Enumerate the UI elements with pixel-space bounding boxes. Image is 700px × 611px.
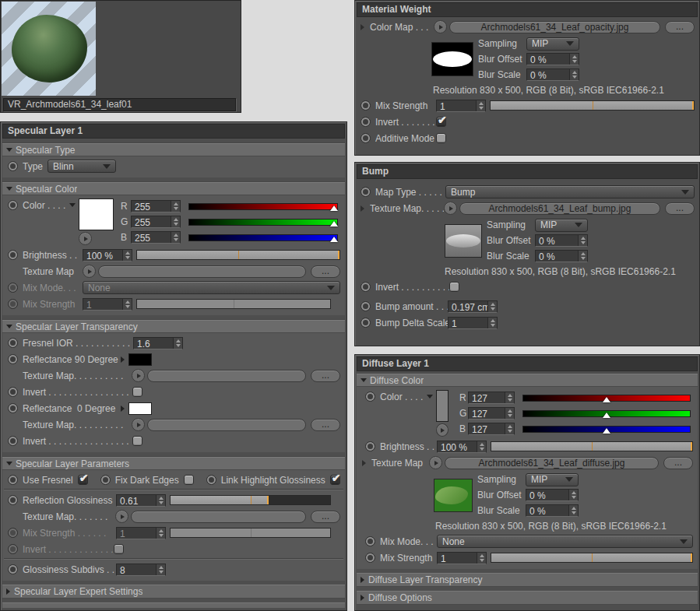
mix-strength-slider[interactable] — [490, 100, 695, 111]
expander-icon[interactable] — [362, 460, 366, 466]
texture-field[interactable] — [131, 511, 306, 523]
keyframe-dot[interactable] — [361, 187, 371, 197]
keyframe-dot[interactable] — [361, 117, 371, 127]
mix-strength-spinner[interactable]: 1 — [116, 527, 166, 539]
spinner-arrows[interactable] — [156, 564, 165, 575]
spinner-arrows[interactable] — [476, 100, 485, 111]
color-expander-icon[interactable] — [427, 395, 433, 399]
spinner-arrows[interactable] — [122, 299, 132, 310]
group-header-diffuse-color[interactable]: Diffuse Color — [357, 374, 698, 387]
group-header-specular-parameters[interactable]: Specular Layer Parameters — [2, 457, 345, 470]
blue-spinner[interactable]: 127 — [468, 423, 515, 435]
spinner-arrows[interactable] — [171, 216, 180, 227]
blue-channel-slider[interactable] — [188, 234, 338, 241]
spinner-arrows[interactable] — [487, 301, 497, 312]
blur-offset-spinner[interactable]: 0 % — [535, 234, 588, 247]
slider-handle[interactable] — [330, 221, 338, 226]
specular-type-dropdown[interactable]: Blinn — [47, 160, 116, 173]
texture-field[interactable]: Archmodels61_34_Leaf_opacity.jpg — [449, 21, 660, 33]
blur-scale-spinner[interactable]: 0 % — [526, 504, 579, 517]
glossiness-subdivs-spinner[interactable]: 8 — [116, 564, 166, 576]
keyframe-dot[interactable] — [365, 553, 375, 563]
keyframe-dot[interactable] — [8, 475, 18, 485]
sampling-dropdown[interactable]: MIP — [526, 473, 579, 486]
group-header-specular-color[interactable]: Specular Color — [2, 182, 345, 195]
additive-mode-checkbox[interactable] — [436, 133, 446, 143]
link-highlight-glossiness-checkbox[interactable]: ✔ — [330, 475, 340, 485]
keyframe-dot[interactable] — [8, 544, 18, 554]
material-name-field[interactable]: VR_Archmodels61_34_leaf01 — [3, 98, 236, 111]
texture-field[interactable] — [98, 265, 306, 278]
expander-icon[interactable] — [361, 205, 364, 212]
keyframe-dot[interactable] — [365, 441, 375, 451]
texture-arrow-button[interactable] — [444, 202, 457, 215]
brightness-slider[interactable] — [491, 441, 693, 451]
spinner-arrows[interactable] — [505, 423, 514, 434]
group-header-specular-transparency[interactable]: Specular Layer Transparency — [2, 320, 345, 333]
keyframe-dot[interactable] — [361, 318, 371, 328]
slider-handle[interactable] — [603, 397, 610, 402]
red-spinner[interactable]: 127 — [468, 392, 515, 404]
use-fresnel-checkbox[interactable]: ✔ — [78, 475, 88, 485]
spinner-arrows[interactable] — [122, 250, 132, 261]
expander-icon[interactable] — [121, 356, 125, 363]
keyframe-dot[interactable] — [365, 392, 375, 402]
mix-strength-spinner[interactable]: 1 — [436, 100, 486, 112]
blur-offset-spinner[interactable]: 0 % — [526, 53, 579, 65]
reflectance-90-swatch[interactable] — [128, 353, 152, 366]
group-header-diffuse-transparency[interactable]: Diffuse Layer Transparency — [357, 573, 698, 587]
keyframe-dot[interactable] — [365, 536, 375, 546]
keyframe-dot[interactable] — [8, 528, 18, 538]
green-channel-slider[interactable] — [188, 219, 338, 226]
group-header-specular-type[interactable]: Specular Type — [2, 143, 345, 156]
slider-handle[interactable] — [330, 237, 338, 242]
texture-arrow-button[interactable] — [115, 510, 128, 523]
red-spinner[interactable]: 255 — [131, 200, 181, 212]
browse-button[interactable]: ... — [311, 370, 340, 382]
keyframe-dot[interactable] — [206, 475, 216, 485]
keyframe-dot[interactable] — [8, 564, 18, 574]
keyframe-dot[interactable] — [8, 299, 18, 309]
texture-arrow-button[interactable] — [79, 232, 92, 245]
red-channel-slider[interactable] — [522, 395, 691, 402]
bump-delta-scale-spinner[interactable]: 1 — [448, 317, 498, 329]
sampling-dropdown[interactable]: MIP — [535, 219, 588, 232]
mix-strength-slider[interactable] — [170, 528, 331, 538]
spinner-arrows[interactable] — [487, 318, 497, 328]
texture-field[interactable]: Archmodels61_34_Leaf_diffuse.jpg — [445, 457, 659, 469]
fresnel-ior-spinner[interactable]: 1.6 — [133, 337, 183, 349]
spinner-arrows[interactable] — [171, 232, 180, 243]
keyframe-dot[interactable] — [361, 133, 371, 143]
spinner-arrows[interactable] — [171, 201, 180, 212]
spinner-arrows[interactable] — [173, 338, 182, 349]
slider-handle[interactable] — [603, 413, 610, 418]
keyframe-dot[interactable] — [100, 475, 111, 485]
material-preview-image[interactable] — [2, 2, 96, 96]
browse-button[interactable]: ... — [665, 202, 695, 215]
invert-checkbox[interactable] — [132, 436, 142, 446]
texture-arrow-button[interactable] — [429, 456, 442, 469]
spinner-arrows[interactable] — [505, 392, 514, 403]
reflectance-0-swatch[interactable] — [128, 402, 152, 415]
invert-checkbox[interactable]: ✔ — [436, 117, 446, 127]
texture-arrow-button[interactable] — [132, 418, 145, 431]
reflection-glossiness-spinner[interactable]: 0.61 — [116, 494, 166, 507]
spinner-arrows[interactable] — [569, 54, 579, 65]
group-header-expert-settings[interactable]: Specular Layer Expert Settings — [2, 585, 345, 599]
invert-checkbox[interactable] — [132, 387, 142, 397]
spinner-arrows[interactable] — [156, 528, 165, 539]
spinner-arrows[interactable] — [568, 505, 578, 516]
brightness-slider[interactable] — [136, 250, 340, 260]
color-expander-icon[interactable] — [69, 203, 76, 207]
blur-scale-spinner[interactable]: 0 % — [526, 68, 579, 81]
group-header-diffuse-options[interactable]: Diffuse Options — [357, 591, 698, 605]
keyframe-dot[interactable] — [8, 495, 18, 505]
green-channel-slider[interactable] — [522, 410, 691, 417]
blur-offset-spinner[interactable]: 0 % — [526, 489, 579, 501]
spinner-arrows[interactable] — [578, 251, 587, 262]
green-spinner[interactable]: 255 — [131, 216, 181, 228]
spinner-arrows[interactable] — [569, 69, 579, 80]
spinner-arrows[interactable] — [568, 490, 578, 500]
texture-arrow-button[interactable] — [132, 369, 145, 382]
keyframe-dot[interactable] — [361, 100, 371, 111]
